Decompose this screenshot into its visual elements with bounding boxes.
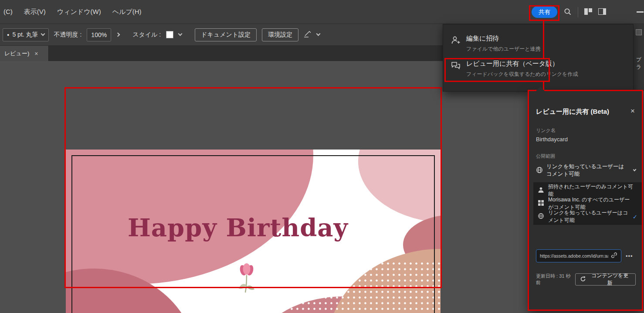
brush-select[interactable]: ● 5 pt. 丸筆 — [3, 28, 49, 41]
card-message-text: I'm so happy we can spend your special d… — [66, 309, 410, 313]
chevron-right-icon[interactable] — [116, 33, 120, 37]
share-button[interactable]: 共有 — [532, 6, 557, 18]
share-for-review-title: レビュー用に共有（ベータ版） — [466, 60, 578, 68]
share-link-url: https://assets.adobe.com/id/urn:aaid:sc:… — [540, 253, 608, 259]
document-tab[interactable]: レビュー) × — [0, 46, 49, 61]
chevron-down-icon[interactable] — [178, 32, 183, 36]
tab-close-icon[interactable]: × — [34, 50, 38, 57]
style-swatch[interactable] — [166, 31, 173, 38]
organization-icon — [538, 200, 544, 208]
scope-option-label: Morisawa Inc. のすべてのユーザーがコメント可能 — [548, 196, 634, 211]
link-icon[interactable] — [611, 252, 617, 260]
panel-dock-strip: ブラ — [634, 24, 644, 91]
share-link-field[interactable]: https://assets.adobe.com/id/urn:aaid:sc:… — [536, 249, 621, 262]
scope-label: 公開範囲 — [536, 153, 636, 160]
invite-to-edit-subtitle: ファイルで他のユーザーと連携 — [466, 45, 541, 53]
panel-title: レビュー用に共有 (Beta) — [536, 108, 636, 116]
menubar-divider — [578, 7, 578, 17]
check-icon: ✓ — [633, 214, 637, 220]
arrange-documents-icon[interactable] — [584, 8, 592, 16]
share-for-review-subtitle: フィードバックを収集するためのリンクを作成 — [466, 71, 578, 78]
invite-to-edit-title: 編集に招待 — [466, 34, 541, 43]
tool-options-icon[interactable] — [304, 31, 312, 39]
menu-item-view[interactable]: 表示(V) — [24, 8, 46, 16]
brush-preview-icon: ● — [7, 33, 9, 37]
scope-option-label: 招待されたユーザーのみコメント可能 — [548, 183, 634, 198]
scope-options-list: 招待されたユーザーのみコメント可能 Morisawa Inc. のすべてのユーザ… — [533, 182, 642, 225]
style-label: スタイル : — [132, 31, 161, 39]
update-content-button[interactable]: コンテンツを更新 — [575, 273, 636, 286]
menu-item-invite-to-edit[interactable]: 編集に招待 ファイルで他のユーザーと連携 — [443, 31, 633, 56]
panel-footer: 更新日時 : 31 秒前 コンテンツを更新 — [536, 273, 636, 286]
menu-item-edit-partial[interactable]: (C) — [3, 8, 13, 16]
updated-time-label: 更新日時 : 31 秒前 — [536, 273, 575, 286]
document-setup-button[interactable]: ドキュメント設定 — [195, 28, 257, 41]
scope-option-anyone-with-link[interactable]: リンクを知っているユーザーはコメント可能 ✓ — [533, 210, 642, 223]
share-for-review-panel: × レビュー用に共有 (Beta) リンク名 Birthdaycard 公開範囲… — [529, 91, 642, 310]
update-content-label: コンテンツを更新 — [589, 272, 631, 287]
comment-bubbles-icon — [451, 61, 461, 72]
tulip-illustration — [237, 262, 257, 295]
opacity-value: 100% — [91, 31, 107, 38]
preferences-button[interactable]: 環境設定 — [262, 28, 298, 41]
scope-selected-label: リンクを知っているユーザーはコメント可能 — [546, 163, 629, 178]
scope-option-invited-only[interactable]: 招待されたユーザーのみコメント可能 — [533, 184, 642, 197]
brushes-panel-label[interactable]: ブラ — [634, 56, 644, 71]
menu-items: (C) 表示(V) ウィンドウ(W) ヘルプ(H) — [0, 8, 142, 16]
opacity-field[interactable]: 100% — [87, 28, 111, 41]
menubar: (C) 表示(V) ウィンドウ(W) ヘルプ(H) 共有 — [0, 0, 644, 24]
share-dropdown-menu: 編集に招待 ファイルで他のユーザーと連携 レビュー用に共有（ベータ版） フィード… — [443, 24, 634, 92]
menu-item-help[interactable]: ヘルプ(H) — [112, 8, 142, 16]
menu-item-window[interactable]: ウィンドウ(W) — [57, 8, 101, 16]
globe-icon — [536, 167, 543, 175]
card-message-line-1: I'm so happy we can spend your special d… — [66, 309, 410, 313]
link-name-value: Birthdaycard — [536, 136, 636, 143]
scope-option-organization[interactable]: Morisawa Inc. のすべてのユーザーがコメント可能 — [533, 197, 642, 210]
link-name-label: リンク名 — [536, 127, 636, 134]
card-title-text: Happy Birthday — [66, 213, 410, 242]
dock-panel-icon[interactable] — [636, 29, 642, 35]
brush-select-label: 5 pt. 丸筆 — [12, 31, 38, 39]
refresh-icon — [580, 276, 586, 283]
document-tab-label: レビュー) — [4, 50, 29, 58]
chevron-down-icon — [633, 168, 637, 171]
invite-person-icon — [451, 35, 461, 47]
scope-option-label: リンクを知っているユーザーはコメント可能 — [548, 209, 629, 224]
scope-selector[interactable]: リンクを知っているユーザーはコメント可能 — [536, 163, 636, 178]
more-options-button[interactable]: ••• — [626, 253, 633, 259]
minimize-button[interactable] — [637, 11, 644, 13]
share-link-row: https://assets.adobe.com/id/urn:aaid:sc:… — [536, 249, 636, 262]
opacity-label: 不透明度 : — [54, 31, 82, 39]
search-icon[interactable] — [563, 7, 572, 17]
workspace-switcher-icon[interactable] — [598, 8, 606, 16]
chevron-down-icon[interactable] — [316, 32, 321, 36]
person-icon — [538, 187, 544, 194]
birthday-card-artwork[interactable]: Happy Birthday I'm so happy we can spend… — [66, 150, 441, 313]
menu-item-share-for-review[interactable]: レビュー用に共有（ベータ版） フィードバックを収集するためのリンクを作成 — [443, 56, 633, 81]
menubar-right-controls: 共有 — [532, 0, 644, 24]
chevron-down-icon — [41, 32, 45, 36]
close-icon[interactable]: × — [630, 107, 635, 116]
globe-icon — [538, 213, 544, 221]
